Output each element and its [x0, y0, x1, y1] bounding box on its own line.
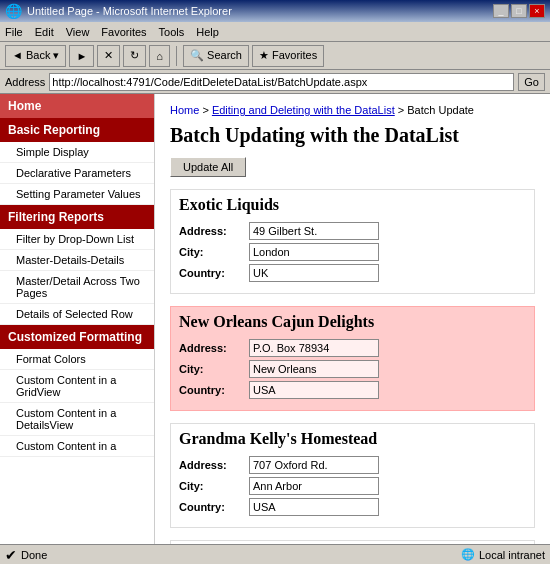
sidebar-item-custom-content-detailsview[interactable]: Custom Content in a DetailsView [0, 403, 154, 436]
field-input[interactable] [249, 243, 379, 261]
zone-icon: 🌐 [461, 548, 475, 561]
field-row: Address: [179, 456, 526, 474]
sidebar-category-basic-reporting: Basic Reporting [0, 118, 154, 142]
stop-button[interactable]: ✕ [97, 45, 120, 67]
company-fields: Address:City:Country: [171, 218, 534, 293]
sidebar-item-simple-display[interactable]: Simple Display [0, 142, 154, 163]
field-input[interactable] [249, 339, 379, 357]
company-section: Exotic LiquidsAddress:City:Country: [170, 189, 535, 294]
menu-bar: File Edit View Favorites Tools Help [0, 22, 550, 42]
status-label: Done [21, 549, 47, 561]
menu-favorites[interactable]: Favorites [101, 26, 146, 38]
field-label: Address: [179, 459, 249, 471]
status-bar: ✔ Done 🌐 Local intranet [0, 544, 550, 564]
update-all-button[interactable]: Update All [170, 157, 246, 177]
field-input[interactable] [249, 456, 379, 474]
search-button[interactable]: 🔍 Search [183, 45, 249, 67]
sidebar-item-format-colors[interactable]: Format Colors [0, 349, 154, 370]
company-list: Exotic LiquidsAddress:City:Country:New O… [170, 189, 535, 544]
address-label: Address [5, 76, 45, 88]
window-controls[interactable]: _ □ × [493, 4, 545, 18]
separator [176, 46, 177, 66]
security-zone: 🌐 Local intranet [461, 548, 545, 561]
go-button[interactable]: Go [518, 73, 545, 91]
field-label: Address: [179, 342, 249, 354]
sidebar-category-customized-formatting: Customized Formatting [0, 325, 154, 349]
sidebar-item-custom-content-other[interactable]: Custom Content in a [0, 436, 154, 457]
forward-button[interactable]: ► [69, 45, 94, 67]
breadcrumb-current: Batch Update [407, 104, 474, 116]
home-button[interactable]: ⌂ [149, 45, 170, 67]
field-row: Address: [179, 222, 526, 240]
breadcrumb: Home > Editing and Deleting with the Dat… [170, 104, 535, 116]
field-input[interactable] [249, 360, 379, 378]
field-input[interactable] [249, 477, 379, 495]
field-label: Country: [179, 384, 249, 396]
field-row: City: [179, 243, 526, 261]
refresh-button[interactable]: ↻ [123, 45, 146, 67]
sidebar-item-custom-content-gridview[interactable]: Custom Content in a GridView [0, 370, 154, 403]
menu-view[interactable]: View [66, 26, 90, 38]
status-text: ✔ Done [5, 547, 47, 563]
toolbar: ◄ Back ▾ ► ✕ ↻ ⌂ 🔍 Search ★ Favorites [0, 42, 550, 70]
company-fields: Address:City:Country: [171, 335, 534, 410]
field-label: City: [179, 363, 249, 375]
field-row: Country: [179, 381, 526, 399]
window-title: Untitled Page - Microsoft Internet Explo… [27, 5, 232, 17]
page-title: Batch Updating with the DataList [170, 124, 535, 147]
maximize-btn[interactable]: □ [511, 4, 527, 18]
favorites-button[interactable]: ★ Favorites [252, 45, 324, 67]
field-row: City: [179, 477, 526, 495]
field-input[interactable] [249, 381, 379, 399]
content-area: Home > Editing and Deleting with the Dat… [155, 94, 550, 544]
breadcrumb-section[interactable]: Editing and Deleting with the DataList [212, 104, 395, 116]
field-row: Country: [179, 498, 526, 516]
field-row: City: [179, 360, 526, 378]
menu-file[interactable]: File [5, 26, 23, 38]
sidebar: Home Basic Reporting Simple Display Decl… [0, 94, 155, 544]
zone-label: Local intranet [479, 549, 545, 561]
status-icon: ✔ [5, 547, 17, 563]
company-section: New Orleans Cajun DelightsAddress:City:C… [170, 306, 535, 411]
sidebar-item-filter-dropdown[interactable]: Filter by Drop-Down List [0, 229, 154, 250]
company-name: Grandma Kelly's Homestead [171, 424, 534, 452]
company-section: Tokyo TradersAddress:City:Country: [170, 540, 535, 544]
sidebar-item-declarative-parameters[interactable]: Declarative Parameters [0, 163, 154, 184]
company-name: New Orleans Cajun Delights [171, 307, 534, 335]
field-label: Country: [179, 501, 249, 513]
field-label: City: [179, 246, 249, 258]
sidebar-category-filtering-reports: Filtering Reports [0, 205, 154, 229]
company-fields: Address:City:Country: [171, 452, 534, 527]
field-row: Address: [179, 339, 526, 357]
minimize-btn[interactable]: _ [493, 4, 509, 18]
sidebar-item-setting-parameter-values[interactable]: Setting Parameter Values [0, 184, 154, 205]
sidebar-item-selected-row[interactable]: Details of Selected Row [0, 304, 154, 325]
browser-icon: 🌐 [5, 3, 22, 19]
field-row: Country: [179, 264, 526, 282]
company-name: Exotic Liquids [171, 190, 534, 218]
field-input[interactable] [249, 222, 379, 240]
address-bar: Address Go [0, 70, 550, 94]
title-bar: 🌐 Untitled Page - Microsoft Internet Exp… [0, 0, 550, 22]
menu-tools[interactable]: Tools [159, 26, 185, 38]
breadcrumb-home[interactable]: Home [170, 104, 199, 116]
sidebar-item-master-details[interactable]: Master-Details-Details [0, 250, 154, 271]
field-label: City: [179, 480, 249, 492]
field-input[interactable] [249, 264, 379, 282]
back-button[interactable]: ◄ Back ▾ [5, 45, 66, 67]
field-input[interactable] [249, 498, 379, 516]
sidebar-home[interactable]: Home [0, 94, 154, 118]
menu-help[interactable]: Help [196, 26, 219, 38]
main-area: Home Basic Reporting Simple Display Decl… [0, 94, 550, 544]
address-input[interactable] [49, 73, 514, 91]
close-btn[interactable]: × [529, 4, 545, 18]
sidebar-item-master-detail-two-pages[interactable]: Master/Detail Across Two Pages [0, 271, 154, 304]
menu-edit[interactable]: Edit [35, 26, 54, 38]
company-name: Tokyo Traders [171, 541, 534, 544]
field-label: Country: [179, 267, 249, 279]
field-label: Address: [179, 225, 249, 237]
company-section: Grandma Kelly's HomesteadAddress:City:Co… [170, 423, 535, 528]
